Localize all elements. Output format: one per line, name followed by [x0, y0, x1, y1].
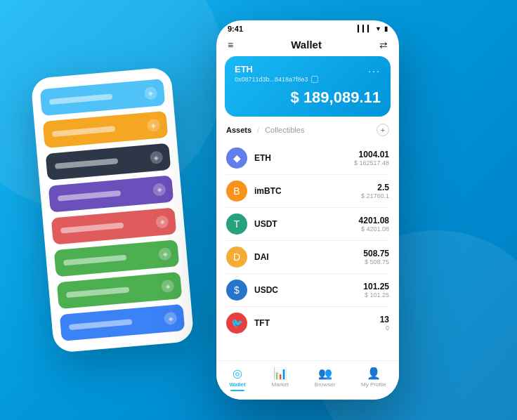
- token-amounts-tft: 130: [380, 315, 389, 332]
- token-amounts-usdt: 4201.08$ 4201.08: [359, 216, 389, 232]
- token-usd-imbtc: $ 21760.1: [361, 192, 389, 199]
- add-asset-button[interactable]: +: [377, 124, 389, 136]
- usdc-icon: $: [226, 280, 247, 301]
- token-row-usdt[interactable]: TUSDT4201.08$ 4201.08: [226, 208, 389, 241]
- dai-icon: D: [226, 247, 247, 268]
- back-row-6: ◈: [57, 272, 183, 309]
- token-amount-eth: 1004.01: [354, 150, 389, 159]
- back-row-7: ◈: [60, 304, 185, 341]
- token-usd-dai: $ 508.75: [363, 258, 389, 265]
- battery-icon: ▮: [384, 25, 388, 32]
- tft-icon: 🐦: [226, 313, 247, 334]
- back-row-1: ◈: [43, 111, 169, 148]
- eth-card-label: ETH: [235, 64, 253, 74]
- eth-card: ETH ... 0x08711d3b...8418a7f8e3 $ 189,08…: [225, 56, 391, 117]
- token-name-imbtc: imBTC: [254, 186, 361, 196]
- token-row-imbtc[interactable]: BimBTC2.5$ 21760.1: [226, 175, 389, 208]
- token-list: ◆ETH1004.01$ 162517.48BimBTC2.5$ 21760.1…: [216, 142, 399, 339]
- tab-separator: /: [257, 126, 259, 134]
- back-phone: ◈◈◈◈◈◈◈◈: [30, 67, 194, 353]
- front-phone: 9:41 ▎▎▎ ▼ ▮ ≡ Wallet ⇄ ETH ... 0x08711d…: [216, 20, 399, 400]
- nav-profile-icon: 👤: [367, 367, 381, 380]
- status-bar: 9:41 ▎▎▎ ▼ ▮: [216, 20, 399, 36]
- back-row-4: ◈: [51, 207, 177, 244]
- copy-address-icon[interactable]: [311, 76, 318, 83]
- nav-browser-icon: 👥: [318, 367, 332, 380]
- back-row-2: ◈: [46, 143, 171, 181]
- bottom-nav: ◎Wallet📊Market👥Browser👤My Profile: [216, 360, 399, 400]
- nav-item-browser[interactable]: 👥Browser: [315, 367, 335, 391]
- token-amounts-usdc: 101.25$ 101.25: [363, 282, 389, 298]
- nav-market-label: Market: [272, 381, 289, 388]
- status-time: 9:41: [228, 25, 243, 33]
- usdt-icon: T: [226, 214, 247, 235]
- nav-browser-label: Browser: [315, 381, 335, 388]
- page-title: Wallet: [291, 39, 322, 51]
- token-name-usdt: USDT: [254, 219, 359, 229]
- token-amounts-dai: 508.75$ 508.75: [363, 249, 389, 265]
- nav-item-profile[interactable]: 👤My Profile: [361, 367, 386, 391]
- signal-icon: ▎▎▎: [358, 25, 372, 32]
- wifi-icon: ▼: [375, 25, 381, 32]
- token-name-usdc: USDC: [254, 285, 363, 295]
- token-amount-imbtc: 2.5: [361, 183, 389, 192]
- nav-profile-label: My Profile: [361, 381, 386, 388]
- eth-address: 0x08711d3b...8418a7f8e3: [235, 76, 381, 83]
- back-row-3: ◈: [48, 175, 174, 212]
- eth-card-more[interactable]: ...: [368, 63, 381, 74]
- nav-active-indicator: [230, 390, 244, 391]
- token-name-eth: ETH: [254, 153, 354, 163]
- eth-icon: ◆: [226, 147, 247, 169]
- token-amount-usdt: 4201.08: [359, 216, 389, 225]
- token-usd-usdt: $ 4201.08: [359, 225, 389, 232]
- token-usd-tft: 0: [380, 324, 389, 332]
- assets-tabs: Assets / Collectibles: [226, 126, 304, 134]
- token-row-tft[interactable]: 🐦TFT130: [226, 307, 389, 339]
- status-icons: ▎▎▎ ▼ ▮: [358, 25, 388, 32]
- phone-header: ≡ Wallet ⇄: [216, 36, 399, 56]
- imbtc-icon: B: [226, 181, 247, 202]
- swap-icon[interactable]: ⇄: [379, 39, 388, 51]
- token-name-dai: DAI: [254, 252, 363, 262]
- assets-header: Assets / Collectibles +: [216, 124, 399, 142]
- nav-market-icon: 📊: [273, 367, 287, 380]
- token-name-tft: TFT: [254, 318, 380, 328]
- token-amount-dai: 508.75: [363, 249, 389, 258]
- back-row-5: ◈: [54, 239, 180, 277]
- menu-icon[interactable]: ≡: [228, 39, 233, 51]
- token-usd-eth: $ 162517.48: [354, 159, 389, 166]
- token-amount-usdc: 101.25: [363, 282, 389, 291]
- nav-item-wallet[interactable]: ◎Wallet: [229, 367, 245, 391]
- tab-assets[interactable]: Assets: [226, 126, 251, 134]
- token-usd-usdc: $ 101.25: [363, 291, 389, 298]
- token-row-dai[interactable]: DDAI508.75$ 508.75: [226, 241, 389, 274]
- token-row-usdc[interactable]: $USDC101.25$ 101.25: [226, 274, 389, 307]
- nav-item-market[interactable]: 📊Market: [272, 367, 289, 391]
- tab-collectibles[interactable]: Collectibles: [265, 126, 304, 134]
- nav-wallet-icon: ◎: [233, 367, 242, 380]
- token-amounts-imbtc: 2.5$ 21760.1: [361, 183, 389, 199]
- nav-wallet-label: Wallet: [229, 381, 245, 388]
- token-row-eth[interactable]: ◆ETH1004.01$ 162517.48: [226, 142, 389, 175]
- token-amount-tft: 13: [380, 315, 389, 324]
- eth-balance: $ 189,089.11: [235, 88, 381, 107]
- back-row-0: ◈: [40, 79, 166, 116]
- token-amounts-eth: 1004.01$ 162517.48: [354, 150, 389, 166]
